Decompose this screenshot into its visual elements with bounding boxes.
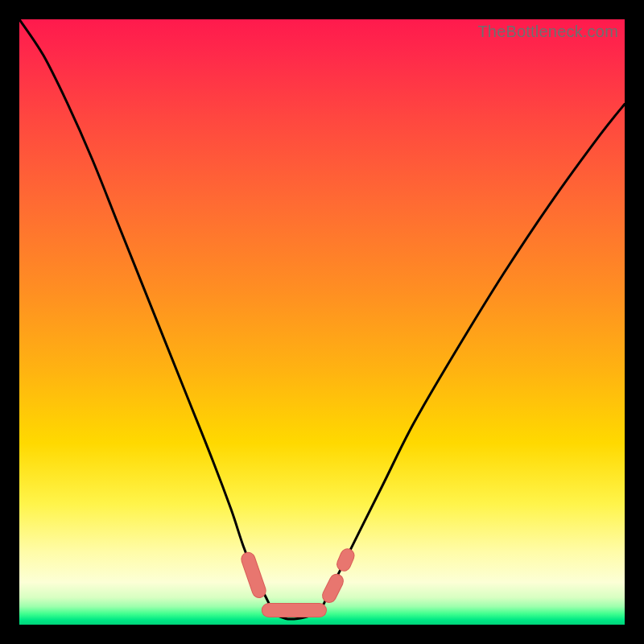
plot-area: TheBottleneck.com — [19, 19, 625, 625]
bottleneck-curve — [19, 19, 625, 619]
bottom-markers-group — [248, 555, 347, 610]
marker-segment — [344, 555, 348, 564]
marker-segment — [329, 581, 336, 596]
curve-layer — [19, 19, 625, 625]
chart-frame: TheBottleneck.com — [0, 0, 644, 644]
